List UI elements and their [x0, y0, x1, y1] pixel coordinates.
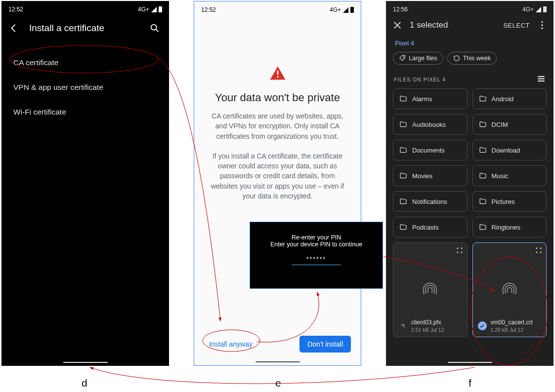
fingerprint-icon	[501, 281, 518, 299]
back-icon[interactable]	[8, 23, 19, 34]
folder-icon	[479, 95, 487, 103]
svg-point-0	[151, 25, 157, 30]
selection-count: 1 selected	[410, 20, 496, 30]
network-label: 4G+	[522, 6, 534, 13]
folder-android[interactable]: Android	[472, 88, 547, 109]
chip-this-week[interactable]: This week	[447, 52, 497, 65]
app-bar: Install a certificate	[1, 16, 169, 39]
chip-large-files[interactable]: Large files	[393, 52, 443, 65]
svg-point-5	[541, 28, 543, 29]
folder-icon	[479, 223, 487, 231]
folder-alarms[interactable]: Alarms	[393, 88, 468, 109]
warning-heading: Your data won't be private	[206, 91, 349, 104]
tag-icon	[399, 55, 406, 62]
folder-label: Pictures	[492, 198, 515, 205]
select-button[interactable]: SELECT	[503, 22, 530, 29]
warning-paragraph-1: CA certificates are used by websites, ap…	[206, 111, 349, 141]
network-label: 4G+	[330, 6, 341, 13]
fingerprint-icon	[398, 321, 407, 330]
status-bar: 12:56 4G+	[386, 1, 554, 16]
svg-rect-2	[277, 76, 278, 78]
nav-hint[interactable]	[448, 362, 492, 363]
clock: 12:52	[8, 6, 23, 13]
nav-hint[interactable]	[63, 362, 108, 363]
caption-f: f	[469, 377, 471, 389]
status-bar: 12:52 4G+	[1, 1, 169, 16]
folder-label: Alarms	[412, 95, 432, 103]
expand-icon[interactable]	[456, 247, 463, 254]
folder-pictures[interactable]: Pictures	[472, 191, 547, 212]
folder-label: Notifications	[412, 198, 447, 205]
battery-icon	[159, 6, 162, 12]
folder-icon	[399, 172, 407, 180]
file-meta: 2.51 kB Jul 12	[411, 327, 444, 333]
overflow-icon[interactable]	[537, 20, 548, 31]
svg-point-4	[541, 24, 543, 26]
expand-icon[interactable]	[535, 247, 542, 254]
section-title: FILES ON PIXEL 4	[394, 77, 446, 82]
nav-hint[interactable]	[256, 361, 300, 362]
svg-point-6	[403, 57, 404, 57]
file-card[interactable]: vm00_cacert.crt1.28 kB Jul 12	[472, 242, 547, 337]
dont-install-button[interactable]: Don't install	[299, 336, 351, 353]
file-meta: 1.28 kB Jul 12	[491, 327, 533, 333]
folder-label: Podcasts	[412, 224, 438, 231]
install-anyway-button[interactable]: Install anyway	[204, 336, 257, 352]
folder-icon	[479, 120, 487, 128]
screen-file-picker: 12:56 4G+ 1 selected SELECT Pixel 4 Larg…	[386, 1, 554, 366]
folder-label: Music	[492, 172, 509, 180]
network-label: 4G+	[138, 6, 149, 13]
folder-icon	[399, 95, 407, 103]
folder-label: Documents	[412, 147, 445, 154]
breadcrumb[interactable]: Pixel 4	[386, 35, 554, 52]
cert-type-ca[interactable]: CA certificate	[1, 50, 169, 75]
pin-title: Re-enter your PIN	[255, 234, 378, 241]
folder-ringtones[interactable]: Ringtones	[472, 217, 547, 237]
screen-ca-warning: 12:52 4G+ Your data won't be private CA …	[194, 1, 361, 366]
folder-documents[interactable]: Documents	[393, 140, 468, 160]
pin-dialog: Re-enter your PIN Enter your device PIN …	[250, 222, 383, 289]
cert-type-vpn[interactable]: VPN & app user certificate	[1, 75, 169, 100]
svg-rect-8	[538, 78, 545, 79]
screen-install-certificate: 12:52 4G+ Install a certificate CA certi…	[1, 1, 169, 366]
folder-label: Ringtones	[492, 224, 521, 231]
folder-icon	[399, 197, 407, 205]
folder-icon	[479, 172, 487, 180]
folder-label: Movies	[412, 172, 432, 180]
folder-label: Android	[492, 95, 514, 103]
selection-bar: 1 selected SELECT	[386, 16, 554, 35]
file-name: client03.pfx	[411, 319, 444, 326]
folder-dcim[interactable]: DCIM	[472, 114, 547, 135]
folder-notifications[interactable]: Notifications	[393, 191, 468, 212]
check-icon	[478, 321, 487, 330]
history-icon	[453, 55, 460, 62]
file-name: vm00_cacert.crt	[491, 319, 533, 326]
chip-label: Large files	[409, 55, 437, 62]
signal-icon	[151, 7, 157, 12]
clock: 12:56	[393, 6, 408, 13]
signal-icon	[343, 7, 348, 13]
view-list-icon[interactable]	[537, 75, 546, 84]
warning-paragraph-2: If you install a CA certificate, the cer…	[206, 151, 349, 201]
fingerprint-icon	[421, 281, 439, 299]
cert-type-wifi[interactable]: Wi-Fi certificate	[1, 100, 169, 124]
svg-rect-1	[277, 71, 278, 75]
pin-subtitle: Enter your device PIN to continue	[255, 241, 378, 248]
caption-d: d	[82, 377, 87, 389]
folder-download[interactable]: Download	[472, 140, 547, 160]
folder-icon	[399, 223, 407, 231]
folder-movies[interactable]: Movies	[393, 165, 468, 186]
search-icon[interactable]	[149, 23, 160, 34]
battery-icon	[543, 6, 547, 12]
folder-podcasts[interactable]: Podcasts	[393, 217, 468, 237]
caption-e: e	[275, 377, 281, 389]
close-icon[interactable]	[392, 20, 403, 31]
file-card[interactable]: client03.pfx2.51 kB Jul 12	[393, 242, 468, 337]
folder-label: Audiobooks	[412, 121, 446, 128]
signal-icon	[536, 7, 541, 12]
folder-music[interactable]: Music	[472, 165, 547, 186]
pin-input[interactable]: ******	[292, 256, 341, 265]
chip-label: This week	[463, 55, 491, 62]
folder-audiobooks[interactable]: Audiobooks	[393, 114, 468, 135]
folder-icon	[479, 146, 487, 154]
